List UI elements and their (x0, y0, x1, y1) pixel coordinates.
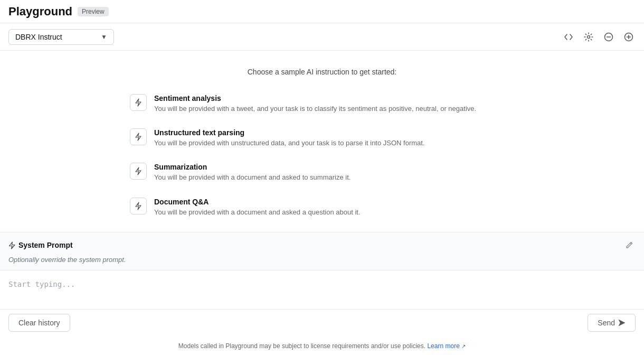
code-icon (564, 32, 573, 42)
minus-circle-icon (604, 32, 613, 42)
sample-item-summarization-desc: You will be provided with a document and… (154, 173, 351, 182)
sample-item-summarization-content: Summarization You will be provided with … (154, 163, 351, 182)
sample-items-list: Sentiment analysis You will be provided … (121, 87, 523, 225)
preview-badge: Preview (78, 7, 109, 16)
chat-input-area (0, 270, 644, 310)
page-title: Playground (8, 5, 72, 18)
plus-icon-button[interactable] (622, 30, 636, 44)
bolt-icon-3 (135, 167, 142, 175)
clear-history-button[interactable]: Clear history (8, 314, 70, 332)
code-icon-button[interactable] (562, 30, 575, 44)
toolbar-actions (562, 30, 636, 44)
main-content: Choose a sample AI instruction to get st… (0, 51, 644, 355)
sample-item-document-qa-icon (130, 198, 147, 214)
minus-icon-button[interactable] (602, 30, 615, 44)
external-link-icon: ↗ (461, 343, 466, 349)
system-prompt-label: System Prompt (8, 241, 73, 249)
model-select-value: DBRX Instruct (15, 33, 62, 41)
chat-input[interactable] (8, 279, 636, 301)
learn-more-link[interactable]: Learn more (427, 342, 459, 350)
bolt-icon (135, 98, 142, 107)
sample-item-sentiment-desc: You will be provided with a tweet, and y… (154, 104, 476, 114)
chevron-down-icon: ▼ (101, 33, 107, 41)
sample-item-text-parsing-desc: You will be provided with unstructured d… (154, 138, 425, 148)
sample-item-sentiment[interactable]: Sentiment analysis You will be provided … (121, 87, 523, 121)
sample-item-sentiment-title: Sentiment analysis (154, 94, 476, 102)
send-button-label: Send (598, 319, 615, 327)
settings-icon-button[interactable] (582, 30, 595, 44)
send-button[interactable]: Send (588, 314, 636, 332)
sample-item-text-parsing-icon (130, 128, 147, 145)
svg-point-0 (588, 35, 590, 38)
sample-item-text-parsing-title: Unstructured text parsing (154, 128, 425, 137)
button-bar: Clear history Send (0, 310, 644, 337)
sample-item-text-parsing[interactable]: Unstructured text parsing You will be pr… (121, 121, 523, 155)
sample-item-document-qa-content: Document Q&A You will be provided with a… (154, 198, 361, 217)
sample-item-summarization[interactable]: Summarization You will be provided with … (121, 155, 523, 190)
system-prompt-placeholder-text: Optionally override the system prompt. (8, 256, 636, 264)
sample-instructions-panel: Choose a sample AI instruction to get st… (0, 51, 644, 232)
sample-item-text-parsing-content: Unstructured text parsing You will be pr… (154, 128, 425, 148)
gear-icon (584, 32, 593, 42)
bolt-icon-4 (135, 202, 142, 210)
sample-panel-title: Choose a sample AI instruction to get st… (8, 68, 636, 76)
header: Playground Preview (0, 0, 644, 23)
edit-system-prompt-button[interactable] (623, 239, 636, 251)
sample-item-summarization-title: Summarization (154, 163, 351, 171)
sample-item-sentiment-content: Sentiment analysis You will be provided … (154, 94, 476, 114)
send-icon (618, 319, 626, 326)
system-prompt-header: System Prompt (8, 239, 636, 251)
footer-text: Models called in Playground may be subje… (178, 342, 425, 350)
sample-item-document-qa[interactable]: Document Q&A You will be provided with a… (121, 190, 523, 225)
model-select-dropdown[interactable]: DBRX Instruct ▼ (8, 29, 114, 45)
sample-item-sentiment-icon (130, 94, 147, 111)
system-prompt-panel: System Prompt Optionally override the sy… (0, 232, 644, 270)
pencil-icon (625, 241, 633, 249)
footer: Models called in Playground may be subje… (0, 337, 644, 355)
plus-circle-icon (624, 32, 633, 42)
bolt-icon-system (8, 241, 15, 249)
system-prompt-label-text: System Prompt (18, 241, 73, 249)
toolbar: DBRX Instruct ▼ (0, 23, 644, 51)
sample-item-document-qa-title: Document Q&A (154, 198, 361, 206)
sample-item-document-qa-desc: You will be provided with a document and… (154, 208, 361, 217)
bolt-icon-2 (135, 133, 142, 141)
sample-item-summarization-icon (130, 163, 147, 180)
